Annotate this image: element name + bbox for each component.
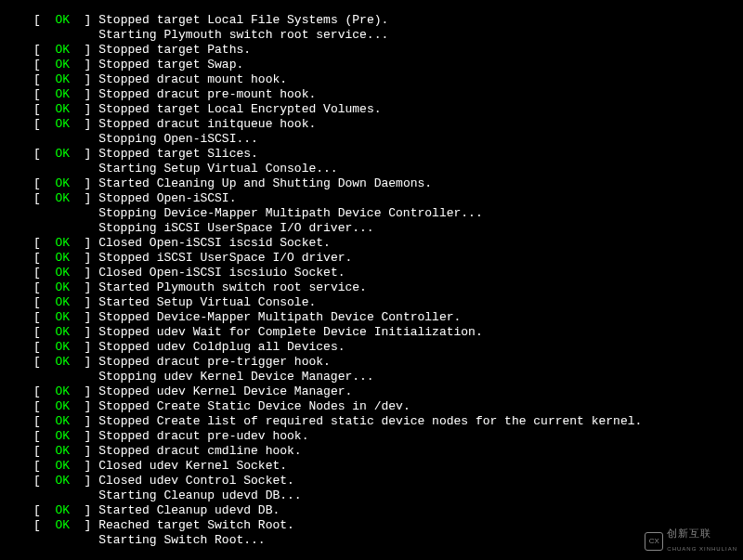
console-message: Stopped target Local Encrypted Volumes. — [98, 102, 381, 116]
console-message: Stopped dracut pre-mount hook. — [98, 87, 316, 101]
status-ok: OK — [55, 251, 70, 265]
console-message: Stopped dracut initqueue hook. — [98, 117, 316, 131]
bracket-close: ] — [70, 251, 98, 265]
status-ok: OK — [55, 236, 70, 250]
status-ok: OK — [55, 191, 70, 205]
watermark-sub: CHUANG XINHULIAN — [667, 541, 737, 556]
console-message: Stopped target Swap. — [98, 58, 243, 72]
console-message: Stopped iSCSI UserSpace I/O driver. — [98, 251, 352, 265]
console-line: Stopping Device-Mapper Multipath Device … — [33, 206, 743, 221]
console-line: [ OK ] Stopped target Local Encrypted Vo… — [33, 102, 743, 117]
bracket-open: [ — [33, 340, 55, 354]
bracket-open: [ — [33, 399, 55, 413]
bracket-open: [ — [33, 444, 55, 458]
bracket-open: [ — [33, 251, 55, 265]
console-line: [ OK ] Closed Open-iSCSI iscsiuio Socket… — [33, 266, 743, 280]
bracket-open: [ — [33, 147, 55, 161]
console-line: [ OK ] Stopped dracut cmdline hook. — [33, 444, 743, 459]
status-ok: OK — [55, 176, 70, 190]
bracket-open: [ — [33, 13, 55, 27]
bracket-open: [ — [33, 310, 55, 324]
console-message: Stopped Create Static Device Nodes in /d… — [98, 399, 410, 413]
console-message: Stopping Open-iSCSI... — [98, 132, 258, 146]
watermark: CX 创新互联 CHUANG XINHULIAN — [645, 526, 737, 556]
console-line: [ OK ] Stopped target Paths. — [33, 43, 743, 58]
console-message: Started Plymouth switch root service. — [98, 280, 367, 294]
console-line: [ OK ] Stopped target Slices. — [33, 147, 743, 162]
bracket-open: [ — [33, 280, 55, 294]
status-ok: OK — [55, 266, 70, 280]
console-line: [ OK ] Stopped dracut pre-udev hook. — [33, 429, 743, 444]
console-message: Stopped dracut mount hook. — [98, 72, 287, 86]
status-ok: OK — [55, 503, 70, 517]
bracket-open: [ — [33, 72, 55, 86]
console-message: Closed Open-iSCSI iscsid Socket. — [98, 236, 331, 250]
bracket-open: [ — [33, 355, 55, 369]
bracket-open: [ — [33, 459, 55, 473]
console-line: Stopping udev Kernel Device Manager... — [33, 370, 743, 384]
status-ok: OK — [55, 280, 70, 294]
status-ok: OK — [55, 355, 70, 369]
bracket-close: ] — [70, 384, 98, 398]
status-ok: OK — [55, 414, 70, 428]
bracket-open: [ — [33, 295, 55, 309]
bracket-open: [ — [33, 518, 55, 532]
bracket-close: ] — [70, 58, 98, 72]
console-message: Stopped Device-Mapper Multipath Device C… — [98, 310, 461, 324]
console-line: [ OK ] Stopped dracut pre-trigger hook. — [33, 355, 743, 370]
bracket-close: ] — [70, 102, 98, 116]
bracket-close: ] — [70, 13, 98, 27]
bracket-close: ] — [70, 429, 98, 443]
console-line: [ OK ] Started Cleanup udevd DB. — [33, 503, 743, 518]
bracket-close: ] — [70, 236, 98, 250]
status-ok: OK — [55, 474, 70, 488]
bracket-open: [ — [33, 43, 55, 57]
console-line: [ OK ] Stopped dracut mount hook. — [33, 72, 743, 87]
bracket-close: ] — [70, 414, 98, 428]
console-line: Stopping Open-iSCSI... — [33, 132, 743, 147]
console-line: Starting Switch Root... — [33, 533, 743, 548]
status-ok: OK — [55, 310, 70, 324]
console-line: [ OK ] Stopped Device-Mapper Multipath D… — [33, 310, 743, 325]
bracket-close: ] — [70, 399, 98, 413]
bracket-open: [ — [33, 266, 55, 280]
console-line: [ OK ] Stopped target Local File Systems… — [33, 13, 743, 28]
console-message: Stopped dracut pre-trigger hook. — [98, 355, 331, 369]
console-message: Stopped dracut pre-udev hook. — [98, 429, 308, 443]
bracket-close: ] — [70, 295, 98, 309]
status-ok: OK — [55, 72, 70, 86]
status-ok: OK — [55, 444, 70, 458]
console-line: [ OK ] Stopped target Swap. — [33, 58, 743, 72]
bracket-close: ] — [70, 325, 98, 339]
watermark-logo: CX — [645, 532, 663, 551]
console-message: Stopped Create list of required static d… — [98, 414, 642, 428]
status-ok: OK — [55, 147, 70, 161]
console-message: Closed Open-iSCSI iscsiuio Socket. — [98, 266, 345, 280]
console-message: Starting Switch Root... — [98, 533, 265, 547]
console-message: Stopping Device-Mapper Multipath Device … — [98, 206, 482, 220]
console-message: Stopped target Paths. — [98, 43, 251, 57]
console-line: Starting Setup Virtual Console... — [33, 162, 743, 176]
status-ok: OK — [55, 117, 70, 131]
console-line: Starting Cleanup udevd DB... — [33, 488, 743, 503]
console-line: Stopping iSCSI UserSpace I/O driver... — [33, 221, 743, 236]
status-ok: OK — [55, 87, 70, 101]
console-line: [ OK ] Stopped udev Wait for Complete De… — [33, 325, 743, 340]
bracket-close: ] — [70, 340, 98, 354]
console-line: [ OK ] Started Setup Virtual Console. — [33, 295, 743, 310]
console-message: Stopped Open-iSCSI. — [98, 191, 236, 205]
console-message: Started Setup Virtual Console. — [98, 295, 316, 309]
status-ok: OK — [55, 102, 70, 116]
status-ok: OK — [55, 325, 70, 339]
status-ok: OK — [55, 58, 70, 72]
bracket-close: ] — [70, 87, 98, 101]
console-message: Started Cleaning Up and Shutting Down Da… — [98, 176, 432, 190]
status-ok: OK — [55, 13, 70, 27]
console-line: [ OK ] Closed Open-iSCSI iscsid Socket. — [33, 236, 743, 251]
console-message: Stopped udev Wait for Complete Device In… — [98, 325, 482, 339]
bracket-open: [ — [33, 474, 55, 488]
bracket-open: [ — [33, 176, 55, 190]
bracket-close: ] — [70, 310, 98, 324]
console-line: [ OK ] Stopped iSCSI UserSpace I/O drive… — [33, 251, 743, 266]
console-message: Stopped target Local File Systems (Pre). — [98, 13, 388, 27]
